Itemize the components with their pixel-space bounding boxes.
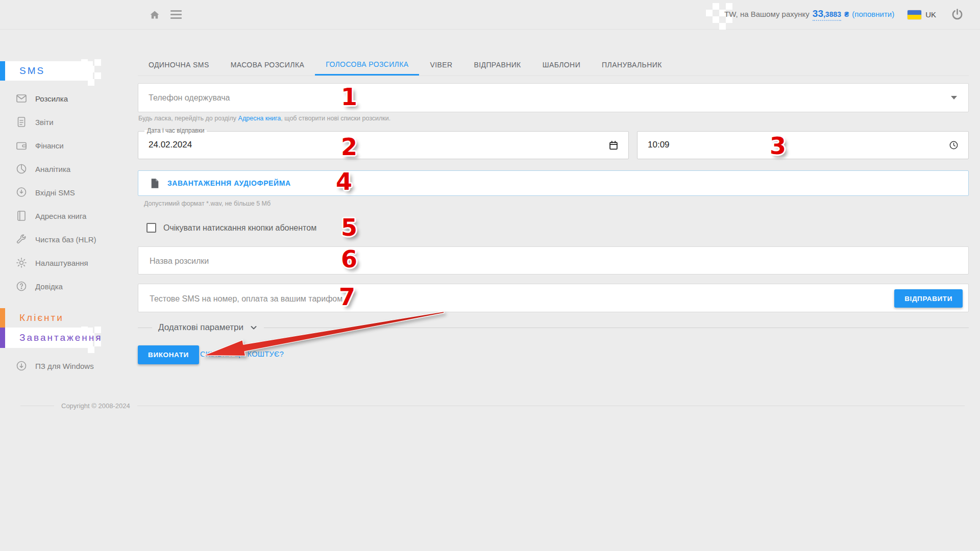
sidebar-item-label: Фінанси [35,141,64,150]
sidebar-item-finansy[interactable]: Фінанси [15,138,110,153]
upload-audio-button[interactable]: ЗАВАНТАЖЕННЯ АУДІОФРЕЙМА [138,170,969,196]
pie-chart-icon [15,163,28,175]
balance-amount[interactable]: 33,3883 [813,8,841,21]
upload-audio-label: ЗАВАНТАЖЕННЯ АУДІОФРЕЙМА [167,179,291,187]
language-selector[interactable]: UK [908,10,936,19]
step-badge-6: 6 [341,248,357,270]
wrench-icon [15,233,28,245]
sidebar-item-label: Звіти [35,118,54,127]
logout-button[interactable] [949,7,965,22]
wallet-icon [15,139,28,152]
copyright: Copyright © 2008-2024 [20,402,965,410]
clock-icon[interactable] [948,140,959,151]
tab-vidpravnyk[interactable]: ВІДПРАВНИК [463,55,532,76]
sidebar-item-nalashtuvannya[interactable]: Налаштування [15,255,110,270]
chevron-down-icon [951,96,957,99]
time-value: 10:09 [648,140,670,150]
account-area: TW, на Вашому рахунку 33,3883 ₴ (поповни… [724,0,965,29]
upload-hint: Допустимий формат *.wav, не більше 5 Мб [144,200,271,207]
power-icon [950,8,964,21]
address-book-link[interactable]: Адресна книга [238,115,281,122]
balance-prefix: TW, на Вашому рахунку [724,10,810,18]
step-badge-3: 3 [770,135,786,157]
date-input[interactable]: Дата і час відправки 24.02.2024 [138,131,629,159]
campaign-name-input[interactable] [149,254,763,268]
gear-icon [15,257,28,269]
file-icon [151,178,159,189]
sidebar-item-label: ПЗ для Windows [35,362,94,370]
copyright-text: Copyright © 2008-2024 [61,402,130,410]
currency-symbol: ₴ [844,10,849,18]
balance: TW, на Вашому рахунку 33,3883 ₴ (поповни… [724,8,894,21]
sidebar-item-label: Чистка баз (HLR) [35,235,96,244]
sidebar-item-analityka[interactable]: Аналітика [15,161,110,177]
sidebar-item-adresna-knyga[interactable]: Адресна книга [15,208,110,223]
date-value: 24.02.2024 [149,140,192,150]
sidebar-item-label: Довідка [35,282,63,291]
sidebar-item-zvity[interactable]: Звіти [15,114,110,130]
home-icon [149,9,161,21]
sidebar-item-label: Розсилка [35,94,68,103]
sidebar-item-rozsylka[interactable]: Розсилка [15,91,110,106]
home-button[interactable] [147,7,162,22]
datetime-group-label: Дата і час відправки [144,127,207,134]
sidebar-section-clients[interactable]: Клієнти [0,308,102,328]
sidebar-item-label: Адресна книга [35,212,86,220]
sidebar-item-vhidni-sms[interactable]: Вхідні SMS [15,185,110,200]
recipient-hint: Будь ласка, перейдіть до розділу Адресна… [138,115,390,122]
address-book-icon [15,210,28,222]
tab-odynochna-sms[interactable]: ОДИНОЧНА SMS [138,55,220,76]
sidebar-item-chystka-baz[interactable]: Чистка баз (HLR) [15,232,110,247]
report-icon [15,116,28,128]
red-arrow-annotation [194,304,455,366]
recipient-phone-select[interactable]: Телефон одержувача [138,83,969,112]
sidebar-item-windows-software[interactable]: ПЗ для Windows [15,358,110,373]
campaign-name-field [138,246,969,274]
section-label: Клієнти [0,312,64,323]
sidebar-item-label: Вхідні SMS [35,188,75,197]
sidebar-item-label: Аналітика [35,165,70,173]
step-badge-4: 4 [336,170,352,193]
hamburger-menu-button[interactable] [169,8,183,21]
section-label: Завантаження [0,332,103,343]
tab-planuvalnyk[interactable]: ПЛАНУВАЛЬНИК [591,55,673,76]
envelope-icon [15,92,28,105]
top-bar: TW, на Вашому рахунку 33,3883 ₴ (поповни… [0,0,980,30]
execute-button[interactable]: ВИКОНАТИ [138,345,199,364]
app-root: TW, на Вашому рахунку 33,3883 ₴ (поповни… [0,0,980,551]
sidebar-item-label: Налаштування [35,259,88,267]
sidebar-section-sms[interactable]: SMS [0,61,102,81]
tab-shablony[interactable]: ШАБЛОНИ [532,55,591,76]
step-badge-1: 1 [341,86,357,108]
section-label: SMS [0,65,45,77]
send-test-button[interactable]: ВІДПРАВИТИ [894,289,963,308]
ukraine-flag-icon [908,10,921,19]
step-badge-5: 5 [341,216,357,239]
inbox-message-icon [15,186,28,198]
sidebar-item-dovidka[interactable]: Довідка [15,279,110,294]
download-icon [15,360,28,372]
time-input[interactable]: 10:09 [637,131,969,159]
wait-keypress-label: Очікувати натискання кнопки абонентом [163,223,316,233]
calendar-icon[interactable] [608,140,619,151]
language-label: UK [925,10,936,19]
wait-keypress-checkbox[interactable] [146,223,156,233]
tab-viber[interactable]: VIBER [419,55,463,76]
tab-bar: ОДИНОЧНА SMS МАСОВА РОЗСИЛКА ГОЛОСОВА РО… [138,55,969,76]
tab-golosova-rozsylka[interactable]: ГОЛОСОВА РОЗСИЛКА [315,55,419,76]
sidebar-section-downloads[interactable]: Завантаження [0,328,102,348]
tab-masova-rozsylka[interactable]: МАСОВА РОЗСИЛКА [220,55,315,76]
topup-link[interactable]: (поповнити) [852,10,894,18]
step-badge-2: 2 [341,136,357,158]
help-icon [15,280,28,292]
recipient-phone-placeholder: Телефон одержувача [149,93,230,103]
